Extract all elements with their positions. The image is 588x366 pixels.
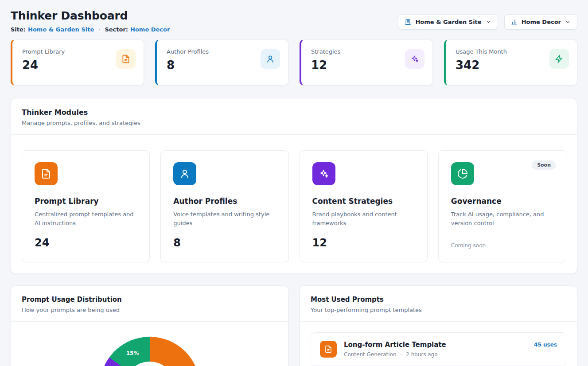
module-description: Voice templates and writing style guides — [173, 210, 276, 228]
stat-value: 342 — [456, 58, 507, 72]
usage-panel-title: Prompt Usage Distribution — [22, 296, 277, 304]
usage-panel-header: Prompt Usage Distribution How your promp… — [11, 286, 288, 322]
module-card-governance[interactable]: Soon Governance Track AI usage, complian… — [438, 150, 566, 262]
sparkle-icon — [405, 49, 424, 69]
site-selector-label: Home & Garden Site — [415, 19, 481, 25]
stat-card-usage[interactable]: Usage This Month 342 — [444, 39, 577, 86]
pie-chart-icon — [451, 162, 474, 185]
most-used-panel: Most Used Prompts Your top-performing pr… — [300, 285, 577, 366]
user-icon — [173, 162, 196, 185]
module-count: 12 — [312, 237, 415, 249]
module-title: Author Profiles — [173, 197, 276, 206]
sector-selector-label: Home Decor — [522, 19, 561, 25]
site-selector-dropdown[interactable]: Home & Garden Site — [398, 14, 498, 30]
thinker-dashboard-page: Thinker Dashboard Site: Home & Garden Si… — [0, 0, 588, 366]
module-count: 8 — [173, 237, 276, 249]
module-description: Centralized prompt templates and AI inst… — [35, 210, 137, 228]
zap-icon — [549, 49, 569, 69]
module-description: Brand playbooks and content frameworks — [312, 210, 415, 228]
prompt-usage-panel: Prompt Usage Distribution How your promp… — [11, 285, 288, 366]
sector-selector-dropdown[interactable]: Home Decor — [504, 14, 577, 30]
stat-label: Usage This Month — [456, 48, 507, 55]
coming-soon-text: Coming soon — [451, 242, 553, 249]
prompt-list-item[interactable]: Long-form Article Template Content Gener… — [311, 332, 566, 366]
building-icon — [405, 19, 411, 25]
user-icon — [261, 49, 280, 69]
most-used-header: Most Used Prompts Your top-performing pr… — [300, 286, 577, 322]
document-icon — [116, 49, 136, 69]
header-controls: Home & Garden Site Home Decor — [398, 14, 577, 30]
stat-card-strategies[interactable]: Strategies 12 — [300, 39, 433, 86]
module-card-author-profiles[interactable]: Author Profiles Voice templates and writ… — [160, 150, 288, 262]
stat-card-author-profiles[interactable]: Author Profiles 8 — [155, 39, 288, 86]
bottom-panels: Prompt Usage Distribution How your promp… — [11, 285, 577, 366]
modules-title: Thinker Modules — [22, 108, 566, 117]
stat-card-prompt-library[interactable]: Prompt Library 24 — [11, 39, 144, 86]
document-icon — [320, 341, 337, 358]
chart-area: 15% — [11, 322, 288, 366]
bar-chart-icon — [511, 19, 518, 25]
site-label: Site: — [11, 26, 26, 33]
modules-subtitle: Manage prompts, profiles, and strategies — [22, 120, 566, 126]
soon-badge: Soon — [532, 160, 556, 170]
site-link[interactable]: Home & Garden Site — [28, 26, 94, 33]
module-description: Track AI usage, compliance, and version … — [451, 210, 553, 228]
stat-value: 24 — [22, 58, 65, 72]
donut-segment-label: 15% — [126, 350, 139, 356]
stat-value: 8 — [167, 58, 209, 72]
page-title: Thinker Dashboard — [11, 10, 170, 23]
most-used-subtitle: Your top-performing prompt templates — [311, 307, 566, 313]
modules-grid: Prompt Library Centralized prompt templa… — [11, 135, 577, 273]
stat-label: Author Profiles — [167, 48, 209, 55]
prompt-list: Long-form Article Template Content Gener… — [300, 322, 577, 366]
modules-header: Thinker Modules Manage prompts, profiles… — [11, 98, 577, 135]
document-icon — [35, 162, 58, 185]
sparkle-icon — [312, 162, 335, 185]
page-header: Thinker Dashboard Site: Home & Garden Si… — [11, 10, 577, 33]
site-sector-meta: Site: Home & Garden Site · Sector: Home … — [11, 26, 170, 33]
prompt-uses-count: 45 uses — [534, 342, 557, 348]
chevron-down-icon — [486, 19, 491, 25]
prompt-title: Long-form Article Template — [344, 341, 446, 349]
meta-separator: · — [98, 26, 100, 33]
prompt-category: Content Generation — [344, 351, 396, 358]
stat-label: Prompt Library — [22, 48, 65, 55]
sector-link[interactable]: Home Decor — [130, 26, 170, 33]
usage-panel-subtitle: How your prompts are being used — [22, 307, 277, 313]
module-title: Content Strategies — [312, 197, 415, 206]
meta-separator: · — [400, 351, 402, 358]
most-used-title: Most Used Prompts — [311, 296, 566, 304]
module-card-prompt-library[interactable]: Prompt Library Centralized prompt templa… — [22, 150, 150, 262]
sector-label: Sector: — [105, 26, 128, 33]
stats-row: Prompt Library 24 Author Profiles 8 Stra… — [11, 39, 577, 86]
thinker-modules-section: Thinker Modules Manage prompts, profiles… — [11, 98, 577, 274]
module-title: Prompt Library — [35, 197, 137, 206]
prompt-time: 2 hours ago — [406, 351, 437, 358]
stat-value: 12 — [311, 58, 340, 72]
divider — [451, 236, 553, 236]
module-count: 24 — [35, 237, 137, 249]
chevron-down-icon — [565, 19, 571, 25]
prompt-meta: Content Generation · 2 hours ago — [344, 351, 446, 358]
module-card-content-strategies[interactable]: Content Strategies Brand playbooks and c… — [300, 150, 428, 262]
usage-donut-chart: 15% — [100, 337, 200, 366]
stat-label: Strategies — [311, 48, 340, 55]
module-title: Governance — [451, 197, 553, 206]
